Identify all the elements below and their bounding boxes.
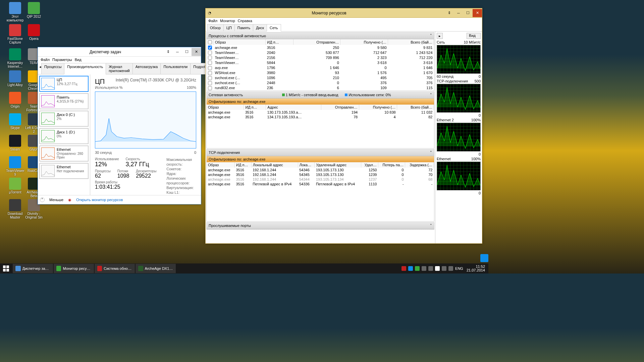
row-checkbox[interactable]: [208, 66, 212, 70]
start-button[interactable]: [0, 263, 12, 274]
table-row[interactable]: TeamViewer…2040530 877712 6471 243 524: [207, 50, 434, 55]
menu-item[interactable]: Параметры: [52, 58, 72, 62]
table-row[interactable]: archeage.exe3516192.168.1.24454345193.10…: [207, 172, 434, 177]
tab[interactable]: Производительность: [64, 63, 106, 74]
processes-table[interactable]: ОбразИД п…Отправлен…Получено (…Всего (ба…: [207, 39, 434, 90]
chevron-down-icon[interactable]: ˅: [430, 224, 432, 228]
column-header[interactable]: ИД п…: [235, 162, 252, 168]
table-row[interactable]: archeage.exe3516Петлевой адрес в IPv4543…: [207, 182, 434, 186]
menu-item[interactable]: Файл: [208, 19, 217, 23]
column-header[interactable]: Образ: [207, 105, 244, 110]
taskbar-app[interactable]: ArcheAge DX11 …: [136, 264, 176, 273]
minimize-button[interactable]: ─: [173, 48, 182, 56]
action-center-icon[interactable]: [435, 266, 440, 271]
language-indicator[interactable]: ENG: [455, 266, 463, 270]
expand-icon[interactable]: ⇕: [444, 9, 454, 17]
desktop-icon[interactable]: Opera: [25, 24, 43, 41]
network-icon[interactable]: [442, 266, 446, 271]
column-header[interactable]: Отправлен…: [321, 105, 359, 110]
table-row[interactable]: svchost.exe (…24480376376: [207, 80, 434, 85]
task-manager-window[interactable]: Диспетчер задач ⇕ ─ ☐ ✕ ФайлПараметрыВид…: [38, 47, 201, 204]
table-row[interactable]: rundll32.exe2366109115: [207, 85, 434, 90]
tcp-connections-table[interactable]: ОбразИД п…Локальный адресЛока…Удаленный …: [207, 162, 434, 186]
column-header[interactable]: ИД п…: [244, 105, 266, 110]
tab[interactable]: Журнал приложений: [106, 63, 133, 74]
table-row[interactable]: WSHost.exe3980931 5761 670: [207, 70, 434, 75]
collapse-arrow-button[interactable]: ▸: [437, 33, 443, 39]
tab[interactable]: ЦП: [223, 24, 235, 32]
tab[interactable]: Обзор: [207, 24, 224, 32]
ports-header[interactable]: Прослушиваемые порты˅: [207, 223, 434, 229]
column-header[interactable]: Удал…: [361, 162, 378, 168]
row-checkbox[interactable]: [208, 71, 212, 75]
column-header[interactable]: Получено (…: [359, 105, 397, 110]
open-resource-monitor-link[interactable]: Открыть монитор ресурсов: [76, 198, 123, 202]
tab[interactable]: Пользователи: [160, 63, 191, 74]
table-row[interactable]: TeamViewer…2156709 8962 323712 220: [207, 55, 434, 60]
tray-icon[interactable]: [408, 266, 413, 271]
table-row[interactable]: archeage.exe3516192.168.1.24454344193.10…: [207, 177, 434, 182]
row-checkbox[interactable]: [208, 86, 212, 90]
table-row[interactable]: svchost.exe (…1096210495705: [207, 75, 434, 80]
desktop-icon[interactable]: TeamViewer 9: [6, 156, 24, 176]
menu-item[interactable]: Справка: [238, 19, 252, 23]
resource-monitor-window[interactable]: ◔ Монитор ресурсов ⇕ ─ ☐ ✕ ФайлМониторСп…: [205, 8, 482, 244]
row-checkbox[interactable]: [208, 81, 212, 85]
tcp-header[interactable]: TCP-подключения˄: [207, 149, 434, 156]
performance-card[interactable]: Диск 0 (C:)2%: [39, 111, 89, 127]
desktop-icon[interactable]: QIP 2012: [25, 2, 43, 18]
network-activity-table[interactable]: ОбразИД п…АдресОтправлен…Получено (…Всег…: [207, 105, 434, 119]
clock[interactable]: 11:52 21.07.2014: [465, 265, 486, 272]
table-row[interactable]: archeage.exe35162509 5809 831: [207, 45, 434, 50]
table-row[interactable]: archeage.exe3516192.168.1.24454346193.10…: [207, 168, 434, 172]
table-row[interactable]: avp.exe17961 64601 646: [207, 65, 434, 70]
column-header[interactable]: Локальный адрес: [251, 162, 298, 168]
row-checkbox[interactable]: [208, 51, 212, 55]
desktop-icon[interactable]: Kaspersky Internet…: [6, 48, 24, 68]
close-button[interactable]: ✕: [473, 9, 482, 17]
desktop-icon[interactable]: Origin: [6, 92, 24, 108]
tab[interactable]: Диск: [253, 24, 267, 32]
tab[interactable]: Автозагрузка: [132, 63, 161, 74]
menu-item[interactable]: Монитор: [220, 19, 235, 23]
column-header[interactable]: Потерь па…: [378, 162, 405, 168]
tab[interactable]: Память: [234, 24, 253, 32]
column-header[interactable]: Получено (…: [340, 39, 388, 45]
resource-monitor-titlebar[interactable]: ◔ Монитор ресурсов ⇕ ─ ☐ ✕: [206, 8, 482, 18]
chevron-up-icon[interactable]: ˄: [430, 34, 432, 38]
tab[interactable]: Сеть: [267, 24, 281, 32]
column-header[interactable]: Образ: [214, 39, 266, 45]
processes-header[interactable]: Процессы с сетевой активностью˄: [207, 33, 434, 39]
table-row[interactable]: archeage.exe3516134.173.105.193.a…78482: [207, 115, 434, 119]
menu-item[interactable]: Файл: [41, 58, 50, 62]
teamviewer-widget[interactable]: [480, 254, 488, 262]
tab[interactable]: Процессы: [41, 63, 64, 74]
menu-item[interactable]: Вид: [75, 58, 82, 62]
view-dropdown[interactable]: Вид: [467, 33, 481, 39]
table-row[interactable]: archeage.exe3516130.173.105.193.a…19410 …: [207, 110, 434, 115]
chevron-up-icon[interactable]: ˄: [430, 93, 432, 97]
performance-card[interactable]: Память4,3/15,9 ГБ (27%): [39, 93, 89, 109]
column-header[interactable]: Удаленный адрес: [315, 162, 361, 168]
column-header[interactable]: ИД п…: [266, 39, 293, 45]
desktop-icon[interactable]: Light Alloy: [6, 70, 24, 87]
fewer-details-button[interactable]: Меньше: [49, 198, 63, 202]
desktop-icon[interactable]: Этот компьютер: [6, 2, 24, 22]
performance-card[interactable]: EthernetОтправлено: 280 Прин: [39, 145, 89, 162]
close-button[interactable]: ✕: [192, 48, 201, 56]
column-header[interactable]: Задержка (…: [405, 162, 434, 168]
column-header[interactable]: Образ: [207, 162, 235, 168]
minimize-button[interactable]: ─: [454, 9, 463, 17]
expand-icon[interactable]: ⇕: [163, 48, 173, 56]
desktop-icon[interactable]: Download Master: [6, 199, 24, 219]
column-header[interactable]: Адрес: [266, 105, 321, 110]
chevron-up-icon[interactable]: ˄: [430, 150, 432, 155]
performance-card[interactable]: ЦП12% 3,27 ГГц: [39, 76, 89, 92]
select-all-checkbox[interactable]: [208, 40, 212, 44]
desktop-icon[interactable]: Skype: [6, 113, 24, 130]
row-checkbox[interactable]: [208, 46, 212, 50]
tray-icon[interactable]: [428, 266, 433, 271]
column-header[interactable]: Всего (бай…: [397, 105, 434, 110]
maximize-button[interactable]: ☐: [463, 9, 473, 17]
taskbar-app[interactable]: Диспетчер задач: [13, 264, 53, 273]
